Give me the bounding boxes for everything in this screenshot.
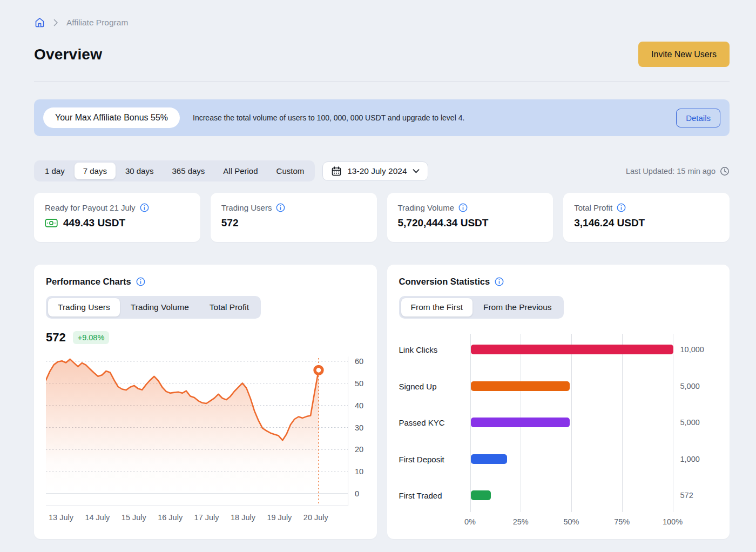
conversion-statistics-panel: Conversion Statistics From the First Fro… bbox=[387, 265, 730, 539]
stat-card-trading-volume: Trading Volume 5,720,444.34 USDT bbox=[387, 193, 554, 242]
line-chart-x-axis: 13 July14 July15 July16 July17 July18 Ju… bbox=[46, 513, 348, 524]
x-tick-label: 50% bbox=[563, 517, 579, 526]
y-tick-label: 40 bbox=[355, 401, 363, 410]
x-tick-label: 75% bbox=[614, 517, 630, 526]
range-1-day[interactable]: 1 day bbox=[36, 163, 73, 179]
bar-value-label: 1,000 bbox=[680, 455, 700, 463]
bar-signed-up bbox=[471, 381, 570, 391]
stat-label: Ready for Payout 21 July bbox=[45, 203, 136, 212]
tab-from-the-previous[interactable]: From the Previous bbox=[474, 298, 562, 317]
bar-value-label: 10,000 bbox=[680, 345, 704, 354]
bonus-pill: Your Max Affiliate Bonus 55% bbox=[43, 107, 180, 128]
stat-value: 3,146.24 USDT bbox=[574, 217, 645, 229]
stat-label: Trading Users bbox=[221, 203, 272, 212]
y-tick-label: 50 bbox=[355, 379, 363, 388]
conversion-title: Conversion Statistics bbox=[399, 277, 490, 287]
stat-card-ready-for-payout: Ready for Payout 21 July 449.43 USDT bbox=[34, 193, 200, 242]
invite-new-users-button[interactable]: Invite New Users bbox=[638, 42, 730, 67]
range-custom[interactable]: Custom bbox=[268, 163, 313, 179]
tab-total-profit[interactable]: Total Profit bbox=[200, 298, 259, 317]
page-header: Overview Invite New Users bbox=[34, 42, 730, 67]
y-tick-label: 60 bbox=[355, 357, 363, 366]
stat-value: 449.43 USDT bbox=[63, 217, 125, 229]
bar-category-label: First Traded bbox=[399, 491, 470, 500]
info-icon[interactable] bbox=[495, 277, 504, 286]
last-updated: Last Updated: 15 min ago bbox=[626, 166, 730, 176]
bar-row-first-traded: First Traded 572 bbox=[399, 490, 718, 501]
chart-highlight-marker bbox=[315, 366, 322, 374]
x-tick-label: 20 July bbox=[303, 513, 328, 522]
info-icon[interactable] bbox=[617, 203, 626, 212]
line-chart-y-axis: 0102030405060 bbox=[355, 356, 376, 506]
range-30-days[interactable]: 30 days bbox=[117, 163, 163, 179]
bar-chart-x-axis: 0% 25% 50% 75% 100% bbox=[470, 517, 673, 528]
affiliate-bonus-banner: Your Max Affiliate Bonus 55% Increase th… bbox=[34, 99, 730, 136]
info-icon[interactable] bbox=[140, 203, 149, 212]
info-icon[interactable] bbox=[458, 203, 468, 212]
performance-charts-panel: Performance Charts Trading Users Trading… bbox=[34, 265, 377, 539]
breadcrumb-section[interactable]: Affiliate Program bbox=[66, 18, 128, 28]
stat-label: Trading Volume bbox=[398, 203, 455, 212]
info-icon[interactable] bbox=[136, 277, 145, 286]
x-tick-label: 17 July bbox=[194, 513, 219, 522]
range-all-period[interactable]: All Period bbox=[214, 163, 266, 179]
stats-row: Ready for Payout 21 July 449.43 USDT T bbox=[34, 193, 730, 242]
x-tick-label: 25% bbox=[513, 517, 529, 526]
bar-category-label: Passed KYC bbox=[399, 418, 470, 427]
bonus-message: Increase the total volume of users to 10… bbox=[193, 113, 464, 122]
trading-users-line-chart[interactable]: 0102030405060 bbox=[46, 356, 348, 506]
calendar-icon bbox=[331, 166, 342, 177]
header-divider bbox=[34, 81, 730, 82]
page: Affiliate Program Overview Invite New Us… bbox=[0, 0, 756, 539]
bar-link-clicks bbox=[471, 345, 673, 354]
banknote-icon bbox=[45, 218, 58, 228]
stat-value: 572 bbox=[221, 217, 239, 229]
tab-trading-users[interactable]: Trading Users bbox=[48, 298, 120, 317]
stat-card-total-profit: Total Profit 3,146.24 USDT bbox=[563, 193, 730, 242]
range-7-days[interactable]: 7 days bbox=[75, 163, 116, 179]
info-icon[interactable] bbox=[276, 203, 285, 212]
date-range-value: 13-20 July 2024 bbox=[347, 166, 407, 176]
conversion-bar-chart: Link Clicks 10,000 Signed Up 5,000 Passe… bbox=[399, 334, 718, 536]
bar-category-label: Signed Up bbox=[399, 382, 470, 391]
tab-from-the-first[interactable]: From the First bbox=[401, 298, 473, 317]
bar-row-first-deposit: First Deposit 1,000 bbox=[399, 454, 718, 465]
stat-label: Total Profit bbox=[574, 203, 612, 212]
clock-icon bbox=[720, 166, 730, 176]
y-tick-label: 0 bbox=[355, 489, 359, 498]
x-tick-label: 16 July bbox=[158, 513, 183, 522]
conversion-tabs: From the First From the Previous bbox=[399, 296, 564, 319]
chevron-right-icon bbox=[53, 19, 58, 26]
performance-title: Performance Charts bbox=[46, 277, 131, 287]
x-tick-label: 15 July bbox=[122, 513, 146, 522]
home-icon[interactable] bbox=[34, 17, 45, 28]
x-tick-label: 13 July bbox=[49, 513, 73, 522]
x-tick-label: 14 July bbox=[85, 513, 110, 522]
bar-row-link-clicks: Link Clicks 10,000 bbox=[399, 344, 718, 355]
x-tick-label: 100% bbox=[663, 517, 683, 526]
range-365-days[interactable]: 365 days bbox=[163, 163, 213, 179]
date-range-picker[interactable]: 13-20 July 2024 bbox=[322, 161, 428, 181]
y-tick-label: 20 bbox=[355, 445, 363, 454]
y-tick-label: 30 bbox=[355, 423, 363, 432]
x-tick-label: 19 July bbox=[267, 513, 292, 522]
stat-card-trading-users: Trading Users 572 bbox=[211, 193, 377, 242]
bar-value-label: 5,000 bbox=[680, 382, 700, 391]
filter-bar: 1 day 7 days 30 days 365 days All Period… bbox=[34, 160, 730, 181]
range-segmented-control: 1 day 7 days 30 days 365 days All Period… bbox=[34, 160, 315, 181]
x-tick-label: 18 July bbox=[231, 513, 255, 522]
chevron-down-icon bbox=[413, 169, 420, 173]
details-button[interactable]: Details bbox=[676, 109, 720, 127]
bar-first-traded bbox=[471, 490, 491, 500]
stat-value: 5,720,444.34 USDT bbox=[398, 217, 489, 229]
bar-row-passed-kyc: Passed KYC 5,000 bbox=[399, 417, 718, 428]
last-updated-text: Last Updated: 15 min ago bbox=[626, 167, 716, 176]
performance-change-badge: +9.08% bbox=[73, 331, 110, 344]
bar-category-label: First Deposit bbox=[399, 455, 470, 464]
bar-row-signed-up: Signed Up 5,000 bbox=[399, 381, 718, 392]
performance-tabs: Trading Users Trading Volume Total Profi… bbox=[46, 296, 261, 319]
tab-trading-volume[interactable]: Trading Volume bbox=[121, 298, 199, 317]
bar-value-label: 5,000 bbox=[680, 418, 700, 427]
bar-category-label: Link Clicks bbox=[399, 345, 470, 354]
bar-passed-kyc bbox=[471, 418, 570, 427]
